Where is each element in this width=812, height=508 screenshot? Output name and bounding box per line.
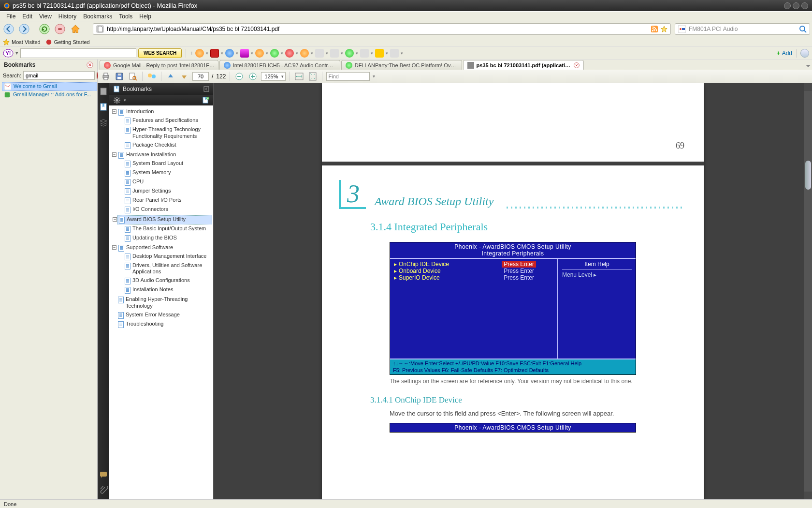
sidebar-search-input[interactable] [23,71,95,80]
menu-help[interactable]: Help [136,13,155,20]
tab-2[interactable]: DFI LANParty:The Best OC Platform! Ove..… [341,60,462,70]
back-button[interactable] [2,22,15,36]
pdf-comments-icon[interactable] [99,470,108,479]
bm-node[interactable]: Enabling Hyper-Threading Technology [117,296,212,310]
bm-node[interactable]: 3D Audio Configurations [124,277,212,285]
pdf-viewer: Bookmarks ▾ −Introduction Features and S… [98,83,812,499]
menu-tools[interactable]: Tools [116,13,136,20]
toolbar-icon-7[interactable] [330,49,339,58]
sidebar-item-0[interactable]: Welcome to Gmail [2,82,97,91]
bm-node[interactable]: The Basic Input/Output System [124,225,212,233]
bm-node[interactable]: Drivers, Utilities and Software Applicat… [124,262,212,276]
yahoo-logo-icon[interactable]: Y! [3,49,14,58]
feed-icon[interactable] [651,26,658,32]
toolbar-settings-icon[interactable] [800,49,809,58]
menu-edit[interactable]: Edit [19,13,36,20]
search-engine-icon [678,25,686,33]
menu-file[interactable]: File [3,13,19,20]
toolbar-icon-3[interactable] [270,49,279,58]
bm-node[interactable]: −Hardware Installation [117,151,212,159]
menu-bookmarks[interactable]: Bookmarks [80,13,116,20]
pdf-print-icon[interactable] [101,71,111,82]
search-box[interactable]: FM801A PCI Audio [675,23,810,35]
toolbar-icon-mail[interactable] [225,49,234,58]
pdf-save-icon[interactable] [114,71,125,82]
bm-node[interactable]: Troubleshooting [117,320,212,329]
bm-node[interactable]: Package Checklist [124,141,212,149]
tab-1[interactable]: Intel 82801EB ICH5 - AC'97 Audio Control… [219,60,340,70]
pdf-canvas[interactable]: 69 3 Award BIOS Setup Utility 3.1.4 Inte… [214,83,812,499]
svg-point-43 [116,99,118,102]
window-minimize[interactable] [784,2,791,9]
bm-node[interactable]: Updating the BIOS [124,234,212,242]
reload-button[interactable] [38,22,51,36]
bm-new-icon[interactable] [202,96,209,104]
toolbar-icon-6[interactable] [315,49,324,58]
menu-view[interactable]: View [36,13,55,20]
pdf-zoom-in-icon[interactable] [247,71,258,82]
home-button[interactable] [69,22,82,36]
bm-node[interactable]: Rear Panel I/O Ports [124,196,212,205]
sidebar-item-1[interactable]: Gmail Manager :: Add-ons for F... [2,91,97,99]
toolbar-icon-10[interactable] [375,49,384,58]
url-bar[interactable]: http://img.lanparty.tw/Upload/Manual/CM/… [93,23,671,35]
tab-0[interactable]: Google Mail - Reply to post 'Intel 82801… [100,60,218,70]
tab-3[interactable]: ps35 bc bl 721003141.pdf (applicatio... [463,60,584,70]
pdf-collab-icon[interactable] [146,71,157,82]
bm-node[interactable]: −Award BIOS Setup Utility [117,215,212,224]
pdf-page-input[interactable] [192,72,209,81]
bm-node[interactable]: Jumper Settings [124,187,212,195]
tab-close-icon[interactable] [574,62,580,68]
pdf-page-up-icon[interactable] [165,71,176,82]
bm-node[interactable]: CPU [124,178,212,186]
pdf-find-input[interactable] [326,72,370,81]
stop-button[interactable] [53,22,67,36]
pdf-page-down-icon[interactable] [179,71,189,82]
bm-node[interactable]: Desktop Management Interface [124,253,212,261]
toolbar-icon-1[interactable] [195,49,204,58]
bookmark-star-icon[interactable] [661,26,667,32]
toolbar-add-button[interactable]: +Add [777,50,792,57]
bm-node[interactable]: Hyper-Threading Technology Functionality… [124,126,212,140]
toolbar-icon-5[interactable] [300,49,309,58]
toolbar-icon-2[interactable] [255,49,264,58]
bm-options-icon[interactable] [113,96,121,104]
toolbar-icon-4[interactable] [285,49,294,58]
pdf-thumbnails-icon[interactable] [99,87,108,96]
search-go-icon[interactable] [799,25,807,33]
bm-most-visited[interactable]: Most Visited [3,39,41,45]
bm-node[interactable]: System Board Layout [124,160,212,168]
pdf-fit-page-icon[interactable] [307,71,318,82]
pdf-layers-icon[interactable] [99,118,108,127]
pdf-search-icon[interactable] [128,71,138,82]
toolbar-icon-11[interactable] [390,49,399,58]
window-maximize[interactable] [793,2,799,9]
pdf-attachments-icon[interactable] [99,486,108,494]
bm-node[interactable]: System Memory [124,169,212,177]
pdf-fit-width-icon[interactable] [294,71,304,82]
bm-node[interactable]: Features and Specifications [124,117,212,125]
pdf-zoom-select[interactable]: 125% [261,72,285,81]
toolbar-icon-9[interactable] [360,49,369,58]
toolbar-icon-y[interactable] [240,49,249,58]
web-search-button[interactable]: WEB SEARCH [138,48,182,58]
collapse-panel-icon[interactable] [203,86,209,92]
bm-node[interactable]: I/O Connectors [124,206,212,214]
pdf-bookmarks-icon[interactable] [99,103,108,111]
pdf-scrollbar[interactable] [804,83,812,499]
bm-node[interactable]: System Error Message [117,311,212,319]
bm-getting-started[interactable]: Getting Started [45,39,90,45]
pdf-zoom-out-icon[interactable] [234,71,245,82]
window-close[interactable] [801,2,808,9]
forward-button[interactable] [17,22,31,36]
bm-node[interactable]: −Supported Software [117,244,212,252]
yahoo-search-input[interactable] [20,48,136,58]
bm-node[interactable]: −Introduction [117,108,212,116]
bm-node[interactable]: Installation Notes [124,286,212,294]
toolbar-icon-news[interactable] [210,49,219,58]
menu-history[interactable]: History [55,13,80,20]
toolbar-icon-8[interactable] [345,49,354,58]
list-all-tabs-icon[interactable] [804,62,812,70]
firefox-icon [4,3,10,9]
sidebar-close-icon[interactable] [87,61,93,68]
